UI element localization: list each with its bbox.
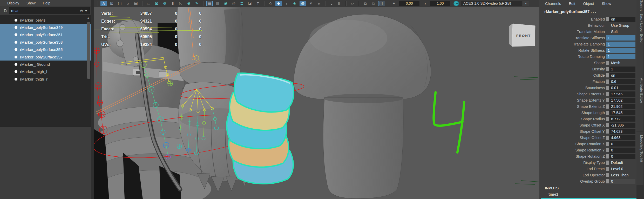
channel-label[interactable]: Lod Operator xyxy=(541,173,606,177)
channel-box-menu-channels[interactable]: Channels xyxy=(545,2,561,6)
channel-box-input-node[interactable]: time1 xyxy=(548,192,558,196)
channel-value[interactable]: 4.963 xyxy=(609,135,635,140)
grease-pencil-icon[interactable]: ✎ xyxy=(194,1,200,6)
select-highlight-button[interactable]: A xyxy=(100,1,107,6)
outliner-filter-icon[interactable]: ⧉ xyxy=(2,8,9,13)
viewport-3d[interactable]: FRONT Verts:3405700Edges:9432100Faces:60… xyxy=(94,7,539,199)
channel-value[interactable]: 1 xyxy=(606,42,635,47)
channel-key-box[interactable] xyxy=(606,61,609,65)
channel-key-box[interactable] xyxy=(606,123,609,127)
channel-key-box[interactable] xyxy=(606,148,609,152)
side-tab-modeling-toolkit[interactable]: Modeling Toolkit xyxy=(636,131,643,186)
channel-label[interactable]: Translate Motion xyxy=(541,30,606,34)
list-item[interactable]: rMarker_polySurface351 xyxy=(0,31,91,38)
channel-value[interactable]: 1 xyxy=(606,48,635,53)
channel-value[interactable]: 0 xyxy=(609,154,635,159)
view-cube-label[interactable]: FRONT xyxy=(516,34,531,38)
xray-joints-icon[interactable]: ⧉ xyxy=(370,1,376,6)
smooth-shade-icon[interactable]: ◆ xyxy=(275,1,282,6)
channel-label[interactable]: Shape Extents Z xyxy=(541,104,606,109)
channel-label[interactable]: Shape Rotation X xyxy=(541,142,606,146)
channel-label[interactable]: Shape Offset Y xyxy=(541,129,606,134)
channel-label[interactable]: Display Type xyxy=(541,161,606,165)
xray-icon[interactable]: ⧉ xyxy=(362,1,368,6)
channel-key-box[interactable] xyxy=(606,98,609,102)
hud-toggle-icon[interactable]: ≣ xyxy=(239,1,245,6)
view-cube[interactable]: FRONT xyxy=(509,24,535,47)
gate-mask-icon[interactable]: ◉ xyxy=(222,1,229,6)
channel-value[interactable]: 21.902 xyxy=(609,104,635,109)
channel-value[interactable]: Less Than xyxy=(609,173,635,178)
visibility-bullet-icon[interactable] xyxy=(15,33,17,36)
channel-label[interactable]: Shape Radius xyxy=(541,117,606,121)
motion-blur-icon[interactable]: ◧ xyxy=(336,1,343,6)
list-item[interactable]: rMarker_polySurface357 xyxy=(0,53,91,61)
list-item[interactable]: rMarker_thigh_r xyxy=(0,75,91,83)
channel-value[interactable]: Default xyxy=(609,160,635,165)
channel-value[interactable]: Level 0 xyxy=(609,166,635,171)
channel-value[interactable]: 1 xyxy=(609,67,635,72)
channel-key-box[interactable] xyxy=(606,161,609,165)
channel-key-box[interactable] xyxy=(606,67,609,71)
channel-key-box[interactable] xyxy=(606,73,609,77)
channel-label[interactable]: Shape Rotation Z xyxy=(541,154,606,158)
channel-label[interactable]: Rotate Stiffness xyxy=(541,48,606,52)
channel-key-box[interactable] xyxy=(606,117,609,121)
occlusion-icon[interactable]: ◒ xyxy=(328,1,335,6)
channel-label[interactable]: Overlap Group xyxy=(541,179,606,183)
exposure-icon[interactable]: ✶ xyxy=(391,1,397,6)
channel-label[interactable]: Friction xyxy=(541,79,606,84)
channel-value[interactable]: 17.502 xyxy=(609,98,635,103)
channel-key-box[interactable] xyxy=(606,154,609,158)
channel-key-box[interactable] xyxy=(606,173,609,177)
flat-shade-icon[interactable]: ◗ xyxy=(283,1,290,6)
channel-label[interactable]: Shape Offset X xyxy=(541,123,606,127)
outliner-menu-show[interactable]: Show xyxy=(26,1,36,5)
visibility-bullet-icon[interactable] xyxy=(15,26,17,29)
channel-key-box[interactable] xyxy=(606,17,609,21)
channel-label[interactable]: Behaviour xyxy=(541,23,606,28)
visibility-bullet-icon[interactable] xyxy=(15,48,17,51)
camera-edit-icon[interactable]: ◺ xyxy=(178,1,184,6)
channel-value[interactable]: 0.6 xyxy=(609,79,635,84)
colorspace-caret[interactable]: ▾ xyxy=(523,1,529,6)
selected-marker-object[interactable] xyxy=(225,71,296,184)
channel-key-box[interactable] xyxy=(606,136,609,140)
shadows-icon[interactable]: ● xyxy=(316,1,322,6)
channel-value[interactable]: Use Group xyxy=(609,23,635,28)
outliner-menu-display[interactable]: Display xyxy=(7,1,19,5)
search-caret-icon[interactable]: ▾ xyxy=(84,9,88,13)
outliner-menu-help[interactable]: Help xyxy=(43,1,50,5)
camera-lock-icon[interactable]: ⊠ xyxy=(153,1,160,6)
channel-label[interactable]: Bounciness xyxy=(541,86,606,90)
channel-value[interactable]: 17.545 xyxy=(609,91,635,97)
channel-key-box[interactable] xyxy=(606,104,609,109)
channel-label[interactable]: Shape Extents X xyxy=(541,92,606,96)
camera-icon[interactable]: ▭ xyxy=(145,1,152,6)
channel-key-box[interactable] xyxy=(606,79,609,84)
visibility-bullet-icon[interactable] xyxy=(15,41,17,44)
channel-key-box[interactable] xyxy=(606,129,609,134)
image-plane-icon[interactable]: ◪ xyxy=(247,1,253,6)
camera-attributes-icon[interactable]: ⚙ xyxy=(161,1,168,6)
channel-label[interactable]: Shape xyxy=(541,61,606,65)
color-management-toggle[interactable]: ON xyxy=(453,1,459,6)
channel-label[interactable]: Shape Extents Y xyxy=(541,98,606,102)
side-tab-attribute-editor[interactable]: Attribute Editor xyxy=(636,74,643,131)
channel-box-object-name[interactable]: rMarker_polySurface357 . . . xyxy=(544,9,596,14)
visibility-bullet-icon[interactable] xyxy=(15,70,17,73)
channel-label[interactable]: Translate Damping xyxy=(541,42,606,46)
channel-label[interactable]: Density xyxy=(541,67,606,71)
channel-label[interactable]: Translate Stiffness xyxy=(541,36,606,40)
colorspace-dropdown[interactable]: ACES 1.0 SDR-video (sRGB) xyxy=(461,1,522,6)
channel-value[interactable]: 0 xyxy=(609,179,635,184)
channel-value[interactable]: 8.772 xyxy=(609,116,635,122)
channel-value[interactable]: 1 xyxy=(606,35,635,41)
channel-label[interactable]: Lod Preset xyxy=(541,167,606,171)
wireframe-icon[interactable]: ◇ xyxy=(267,1,274,6)
channel-label[interactable]: Rotate Damping xyxy=(541,55,606,59)
channel-box-menu-show[interactable]: Show xyxy=(602,2,611,6)
contrast-field[interactable]: 1.00 xyxy=(430,1,450,6)
pan-zoom-icon[interactable]: ⊕ xyxy=(186,1,192,6)
channel-box-menu-edit[interactable]: Edit xyxy=(569,2,575,6)
